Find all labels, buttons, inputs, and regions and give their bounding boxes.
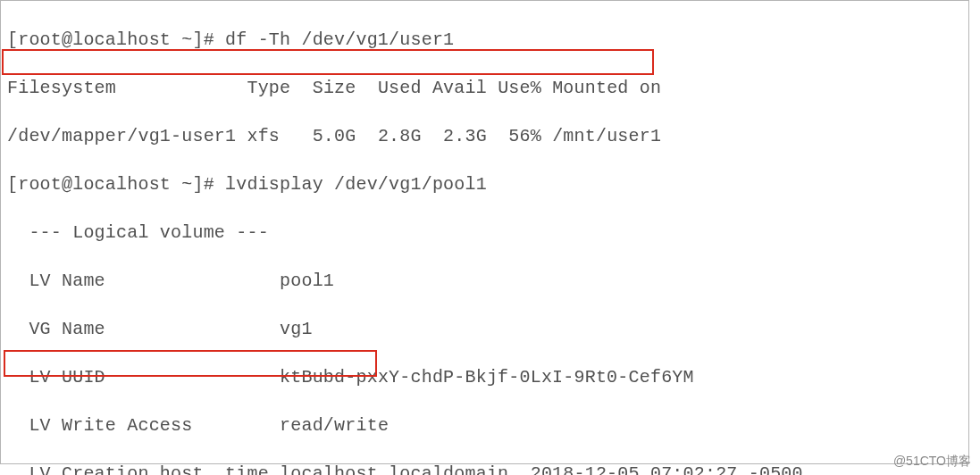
lv-value: pool1 — [280, 271, 334, 291]
col-mounted: Mounted on — [552, 78, 661, 98]
lv-label: LV UUID — [7, 367, 105, 388]
val-mounted: /mnt/user1 — [552, 126, 661, 146]
col-type: Type — [247, 78, 290, 98]
lv-row: LV Write Access read/write — [7, 413, 975, 438]
command-text: lvdisplay /dev/vg1/pool1 — [225, 174, 487, 195]
command-text: df -Th /dev/vg1/user1 — [225, 29, 454, 50]
lv-header: --- Logical volume --- — [7, 221, 975, 245]
lv-row: VG Name vg1 — [7, 317, 975, 341]
lv-label: LV Creation host, time — [7, 463, 269, 475]
terminal-output: [root@localhost ~]# df -Th /dev/vg1/user… — [5, 4, 975, 475]
lv-value: ktBubd-pxxY-chdP-Bkjf-0LxI-9Rt0-Cef6YM — [280, 367, 694, 388]
col-usepct: Use% — [498, 78, 541, 98]
val-filesystem: /dev/mapper/vg1-user1 — [7, 126, 236, 146]
lv-value: vg1 — [280, 319, 313, 339]
lv-row: LV Creation host, time localhost.localdo… — [7, 462, 975, 475]
val-used: 2.8G — [378, 126, 422, 146]
val-type: xfs — [247, 126, 280, 146]
col-avail: Avail — [432, 78, 487, 98]
prompt-line-1: [root@localhost ~]# df -Th /dev/vg1/user… — [7, 28, 975, 52]
col-used: Used — [378, 78, 422, 98]
prompt-line-2: [root@localhost ~]# lvdisplay /dev/vg1/p… — [7, 172, 975, 196]
df-header-line: Filesystem Type Size Used Avail Use% Mou… — [7, 76, 975, 100]
val-size: 5.0G — [313, 126, 356, 146]
lv-label: LV Write Access — [7, 415, 192, 436]
lv-value: localhost.localdomain, 2018-12-05 07:02:… — [280, 463, 803, 475]
lv-label: VG Name — [7, 319, 105, 339]
df-row-line: /dev/mapper/vg1-user1 xfs 5.0G 2.8G 2.3G… — [7, 124, 975, 148]
col-filesystem: Filesystem — [7, 78, 116, 98]
watermark-text: @51CTO博客 — [893, 453, 971, 470]
col-size: Size — [313, 78, 356, 98]
val-usepct: 56% — [508, 126, 541, 146]
prompt-text: [root@localhost ~]# — [7, 29, 214, 50]
lv-label: LV Name — [7, 271, 105, 291]
prompt-text: [root@localhost ~]# — [7, 174, 214, 195]
lv-row: LV Name pool1 — [7, 269, 975, 293]
lv-value: read/write — [280, 415, 389, 436]
val-avail: 2.3G — [443, 126, 487, 146]
lv-row: LV UUID ktBubd-pxxY-chdP-Bkjf-0LxI-9Rt0-… — [7, 365, 975, 389]
